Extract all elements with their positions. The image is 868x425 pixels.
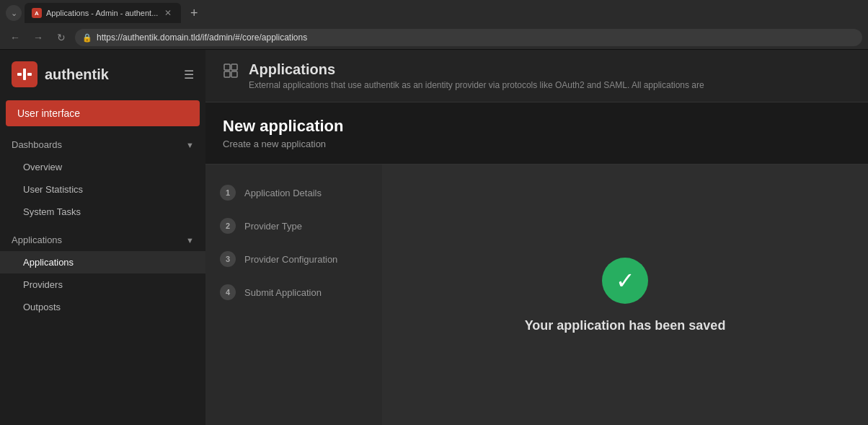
page-title: Applications xyxy=(249,61,704,78)
success-message: Your application has been saved xyxy=(525,318,726,333)
svg-rect-1 xyxy=(23,69,26,80)
browser-tab[interactable]: A Applications - Admin - authent... ✕ xyxy=(25,3,181,23)
wizard-success-panel: ✓ Your application has been saved xyxy=(382,165,868,425)
wizard-header: New application Create a new application xyxy=(205,102,868,165)
step-1-number: 1 xyxy=(220,185,236,201)
address-bar[interactable]: 🔒 https://authentik.domain.tld/if/admin/… xyxy=(75,29,862,46)
sidebar-item-user-statistics[interactable]: User Statistics xyxy=(0,178,205,201)
main-content: Applications External applications that … xyxy=(205,50,868,425)
applications-page-icon xyxy=(223,63,239,83)
step-3-number: 3 xyxy=(220,251,236,267)
app-container: authentik ☰ User interface Dashboards ▼ … xyxy=(0,50,868,425)
browser-tabbar: ⌄ A Applications - Admin - authent... ✕ … xyxy=(0,0,868,26)
step-2-number: 2 xyxy=(220,218,236,234)
sidebar-item-system-tasks[interactable]: System Tasks xyxy=(0,201,205,223)
tab-favicon: A xyxy=(32,8,42,18)
lock-icon: 🔒 xyxy=(82,33,92,43)
wizard-steps: 1 Application Details 2 Provider Type 3 … xyxy=(205,165,382,425)
tab-list-button[interactable]: ⌄ xyxy=(6,5,22,21)
wizard-step-4[interactable]: 4 Submit Application xyxy=(205,276,382,309)
svg-rect-2 xyxy=(27,73,32,76)
dashboards-section-header[interactable]: Dashboards ▼ xyxy=(0,133,205,156)
svg-rect-0 xyxy=(17,73,22,76)
sidebar-logo: authentik ☰ xyxy=(0,50,205,99)
sidebar-item-outposts[interactable]: Outposts xyxy=(0,296,205,318)
page-header: Applications External applications that … xyxy=(205,50,868,102)
sidebar-item-providers[interactable]: Providers xyxy=(0,273,205,296)
applications-chevron: ▼ xyxy=(186,236,194,245)
wizard-step-2[interactable]: 2 Provider Type xyxy=(205,209,382,242)
wizard-outer: New application Create a new application… xyxy=(205,102,868,425)
svg-rect-3 xyxy=(224,64,230,70)
page-header-text: Applications External applications that … xyxy=(249,61,704,90)
browser-chrome: ⌄ A Applications - Admin - authent... ✕ … xyxy=(0,0,868,50)
dashboards-label: Dashboards xyxy=(12,139,62,150)
sidebar: authentik ☰ User interface Dashboards ▼ … xyxy=(0,50,205,425)
browser-addressbar: ← → ↻ 🔒 https://authentik.domain.tld/if/… xyxy=(0,26,868,49)
sidebar-item-overview[interactable]: Overview xyxy=(0,156,205,178)
wizard-step-3[interactable]: 3 Provider Configuration xyxy=(205,242,382,276)
checkmark-icon: ✓ xyxy=(616,269,635,292)
dashboards-chevron: ▼ xyxy=(186,141,194,149)
success-icon: ✓ xyxy=(602,258,648,304)
step-2-label: Provider Type xyxy=(244,221,302,232)
url-text: https://authentik.domain.tld/if/admin/#/… xyxy=(97,32,307,43)
svg-rect-4 xyxy=(231,64,237,70)
wizard-body: 1 Application Details 2 Provider Type 3 … xyxy=(205,165,868,425)
tab-title: Applications - Admin - authent... xyxy=(46,9,158,17)
applications-label: Applications xyxy=(12,235,62,245)
logo-text: authentik xyxy=(45,66,109,83)
tab-close-button[interactable]: ✕ xyxy=(162,7,174,19)
new-tab-button[interactable]: + xyxy=(184,3,204,23)
svg-rect-5 xyxy=(224,71,230,77)
wizard-subtitle: Create a new application xyxy=(223,139,851,149)
dashboards-section: Dashboards ▼ Overview User Statistics Sy… xyxy=(0,133,205,223)
sidebar-menu-button[interactable]: ☰ xyxy=(184,68,194,82)
forward-button[interactable]: → xyxy=(29,28,48,47)
wizard-title: New application xyxy=(223,117,851,136)
back-button[interactable]: ← xyxy=(6,28,25,47)
svg-rect-6 xyxy=(231,71,237,77)
logo-icon xyxy=(12,61,37,87)
user-interface-nav[interactable]: User interface xyxy=(6,100,200,126)
applications-section-header[interactable]: Applications ▼ xyxy=(0,229,205,251)
step-1-label: Application Details xyxy=(244,188,322,198)
page-description: External applications that use authentik… xyxy=(249,80,704,90)
wizard-step-1[interactable]: 1 Application Details xyxy=(205,176,382,209)
reload-button[interactable]: ↻ xyxy=(52,28,71,47)
applications-section: Applications ▼ Applications Providers Ou… xyxy=(0,229,205,318)
step-4-number: 4 xyxy=(220,284,236,300)
sidebar-item-applications[interactable]: Applications xyxy=(0,251,205,273)
step-3-label: Provider Configuration xyxy=(244,254,337,265)
step-4-label: Submit Application xyxy=(244,287,322,298)
